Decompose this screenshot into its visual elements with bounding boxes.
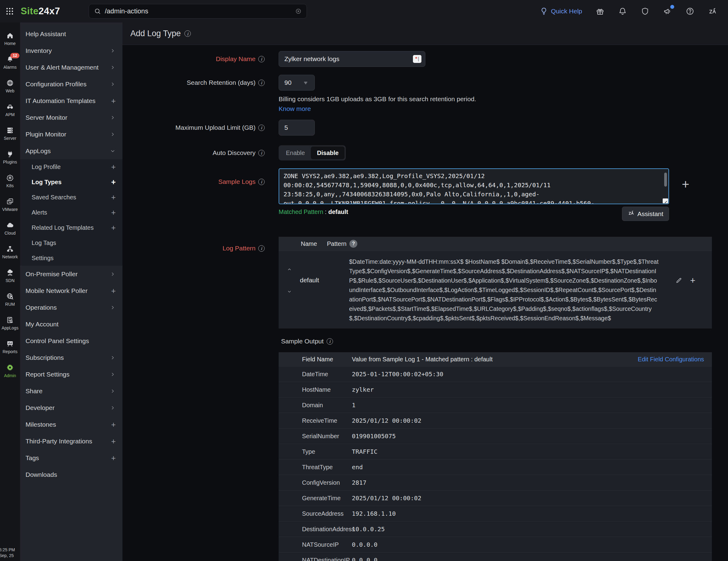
rail-item-plugins[interactable]: Plugins — [0, 145, 20, 169]
sidebar-item-saved-searches[interactable]: Saved Searches+ — [20, 190, 122, 205]
know-more-link[interactable]: Know more — [279, 105, 311, 112]
move-up-icon[interactable] — [287, 267, 292, 272]
auto-discovery-info-icon[interactable]: i — [258, 150, 265, 156]
sidebar-item-on-premise-poller[interactable]: On-Premise Poller — [20, 266, 122, 282]
sidebar-item-third-party-integrations[interactable]: Third-Party Integrations+ — [20, 433, 122, 449]
log-pattern-info-icon[interactable]: i — [258, 245, 265, 252]
page-title-info-icon[interactable]: i — [184, 30, 191, 37]
sidebar-item-applogs[interactable]: AppLogs — [20, 143, 122, 159]
global-search[interactable] — [89, 4, 307, 19]
sidebar-item-operations[interactable]: Operations — [20, 299, 122, 316]
sidebar-item-tags[interactable]: Tags+ — [20, 449, 122, 466]
gift-icon[interactable] — [596, 7, 605, 16]
sidebar-item-control-panel-settings[interactable]: Control Panel Settings — [20, 332, 122, 349]
sidebar-item-downloads[interactable]: Downloads — [20, 466, 122, 483]
site24x7-logo[interactable]: Site24x7 — [21, 6, 60, 17]
field-value-cell: 019901005075 — [352, 432, 712, 440]
rail-item-sdn[interactable]: SDN — [0, 264, 20, 287]
add-sample-log-icon[interactable]: + — [682, 178, 689, 204]
display-name-info-icon[interactable]: i — [258, 56, 265, 62]
auto-discovery-disable-option[interactable]: Disable — [311, 146, 345, 159]
sidebar-item-log-types[interactable]: Log Types+ — [20, 174, 122, 190]
sidebar-item-my-account[interactable]: My Account — [20, 316, 122, 332]
move-down-icon[interactable] — [287, 289, 292, 294]
rail-item-cloud[interactable]: Cloud — [0, 216, 20, 240]
announcements-megaphone-icon[interactable] — [663, 7, 672, 16]
auto-discovery-toggle: Enable Disable — [279, 145, 346, 160]
search-input[interactable] — [105, 7, 295, 15]
auto-discovery-label: Auto Discovery — [213, 149, 256, 157]
expand-plus-icon: + — [111, 454, 116, 462]
rail-item-vmware[interactable]: VMware — [0, 193, 20, 216]
rail-item-reports[interactable]: Reports — [0, 335, 20, 359]
sidebar-item-help-assistant[interactable]: Help Assistant — [20, 26, 122, 42]
sidebar-item-settings[interactable]: Settings — [20, 250, 122, 266]
rail-item-rum[interactable]: RUM — [0, 287, 20, 311]
max-upload-info-icon[interactable]: i — [258, 125, 265, 131]
search-retention-info-icon[interactable]: i — [258, 80, 265, 86]
rail-item-home[interactable]: Home — [0, 27, 20, 50]
page-title: Add Log Type — [130, 29, 181, 38]
display-name-field[interactable]: Zylker network logs *| — [279, 51, 425, 67]
rail-item-apm[interactable]: APM — [0, 98, 20, 122]
search-clear-icon[interactable] — [295, 8, 302, 15]
sidebar-item-related-log-templates[interactable]: Related Log Templates+ — [20, 220, 122, 235]
sidebar-item-plugin-monitor[interactable]: Plugin Monitor — [20, 126, 122, 143]
field-name-cell: ReceiveTime — [279, 417, 352, 424]
sample-output-row: GenerateTime2025/01/12 00:00:02 — [279, 490, 712, 506]
sidebar-item-configuration-profiles[interactable]: Configuration Profiles — [20, 76, 122, 92]
sidebar-item-log-profile[interactable]: Log Profile+ — [20, 159, 122, 174]
sample-logs-info-icon[interactable]: i — [258, 179, 265, 185]
sidebar-item-mobile-network-poller[interactable]: Mobile Network Poller+ — [20, 282, 122, 299]
field-name-cell: DestinationAddress — [279, 526, 352, 533]
rail-item-alarms[interactable]: Alarms12 — [0, 50, 20, 74]
textarea-resize-handle[interactable] — [663, 198, 668, 203]
sample-logs-textarea[interactable]: ZONE VSYS2,ae9.382,ae9.382,Log_Profile_V… — [279, 168, 669, 204]
chevron-right-icon — [110, 371, 116, 377]
sidebar-item-developer[interactable]: Developer — [20, 399, 122, 416]
auto-discovery-enable-option[interactable]: Enable — [280, 146, 311, 159]
rail-item-network[interactable]: Network — [0, 240, 20, 264]
apm-binoculars-icon — [6, 103, 14, 111]
rail-item-applogs[interactable]: AppLogs — [0, 311, 20, 335]
pattern-help-icon[interactable]: ? — [349, 240, 357, 248]
apps-grid-icon[interactable] — [4, 5, 16, 17]
max-upload-field[interactable]: 5 — [279, 120, 315, 136]
matched-pattern-value: default — [328, 208, 348, 215]
sample-output-info-icon[interactable]: i — [327, 338, 333, 345]
zia-assistant-button[interactable]: Assistant — [622, 207, 669, 221]
sample-output-row: Domain1 — [279, 397, 712, 413]
help-question-icon[interactable] — [685, 7, 695, 16]
pattern-value-cell: $DateTime:date:yyyy-MM-ddTHH:mm:ssX$ $Ho… — [349, 257, 659, 323]
field-value-cell: end — [352, 463, 712, 471]
sidebar-item-milestones[interactable]: Milestones+ — [20, 416, 122, 433]
rail-item-admin[interactable]: Admin — [0, 359, 20, 382]
admin-sidebar: Help AssistantInventoryUser & Alert Mana… — [20, 22, 122, 561]
add-pattern-icon[interactable]: + — [690, 277, 695, 323]
sidebar-item-inventory[interactable]: Inventory — [20, 42, 122, 59]
notifications-bell-icon[interactable] — [618, 7, 627, 16]
rail-item-k8s[interactable]: K8s — [0, 169, 20, 193]
sidebar-item-server-monitor[interactable]: Server Monitor — [20, 109, 122, 126]
shield-icon[interactable] — [640, 7, 650, 16]
rail-item-web[interactable]: Web — [0, 74, 20, 98]
sidebar-item-report-settings[interactable]: Report Settings — [20, 366, 122, 383]
edit-pencil-icon[interactable] — [675, 277, 682, 323]
zia-icon[interactable] — [708, 7, 717, 16]
sidebar-item-user-alert-management[interactable]: User & Alert Management — [20, 59, 122, 76]
sidebar-item-share[interactable]: Share — [20, 383, 122, 399]
sidebar-item-alerts[interactable]: Alerts+ — [20, 205, 122, 220]
textarea-scrollbar-thumb[interactable] — [664, 173, 667, 187]
rum-icon — [6, 292, 14, 300]
quick-help-button[interactable]: Quick Help — [539, 7, 582, 16]
search-retention-select[interactable]: 90 — [279, 75, 315, 91]
reports-icon — [6, 340, 14, 348]
rail-item-server[interactable]: Server — [0, 122, 20, 145]
web-globe-icon — [6, 79, 14, 87]
field-value-cell: 2025/01/12 00:00:02 — [352, 417, 712, 424]
sidebar-item-label: Control Panel Settings — [26, 337, 116, 345]
sidebar-item-it-automation-templates[interactable]: IT Automation Templates+ — [20, 92, 122, 109]
sidebar-item-subscriptions[interactable]: Subscriptions — [20, 349, 122, 366]
sidebar-item-log-tags[interactable]: Log Tags — [20, 235, 122, 250]
edit-field-configurations-link[interactable]: Edit Field Configurations — [638, 356, 712, 363]
